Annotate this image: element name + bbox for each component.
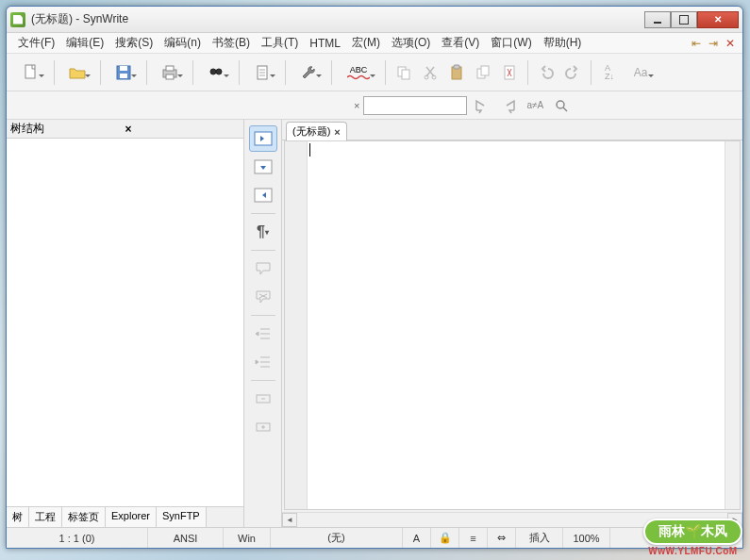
search-options-button[interactable]	[550, 94, 573, 117]
tab-close-icon[interactable]: ×	[334, 126, 340, 138]
scroll-left-icon[interactable]: ◄	[282, 513, 297, 527]
close-button[interactable]	[697, 11, 739, 28]
menu-view[interactable]: 查看(V)	[436, 33, 485, 53]
status-indent-icon[interactable]: ⇔	[488, 528, 516, 548]
svg-rect-17	[481, 66, 489, 75]
minimize-button[interactable]	[644, 11, 671, 28]
panel-down-icon[interactable]	[249, 154, 277, 180]
svg-rect-0	[25, 65, 35, 78]
app-icon	[10, 12, 25, 27]
panel-forward-icon[interactable]	[249, 182, 277, 208]
duplicate-button[interactable]	[471, 58, 495, 88]
find-prev-button[interactable]	[497, 94, 520, 117]
horizontal-scrollbar[interactable]: ◄ ►	[282, 512, 742, 527]
search-toolbar: × a≠A	[7, 91, 742, 120]
menu-macro[interactable]: 宏(M)	[346, 33, 386, 53]
svg-rect-5	[166, 66, 174, 71]
menu-help[interactable]: 帮助(H)	[538, 33, 588, 53]
tree-body[interactable]	[7, 139, 243, 506]
app-window: (无标题) - SynWrite 文件(F) 编辑(E) 搜索(S) 编码(n)…	[6, 6, 743, 549]
status-insert-mode[interactable]: 插入	[516, 528, 563, 548]
status-position: 1 : 1 (0)	[7, 528, 148, 548]
svg-rect-3	[120, 74, 127, 78]
statusbar: 1 : 1 (0) ANSI Win (无) A 🔒 ≡ ⇔ 插入 100% 2…	[7, 527, 742, 548]
redo-button[interactable]	[560, 58, 585, 88]
search-close-icon[interactable]: ×	[354, 100, 359, 111]
menu-html[interactable]: HTML	[304, 35, 346, 52]
find-button[interactable]	[199, 58, 233, 88]
uncomment-icon[interactable]	[249, 284, 277, 310]
cut-button[interactable]	[418, 58, 442, 88]
scroll-track[interactable]	[297, 513, 727, 527]
svg-rect-2	[120, 66, 127, 71]
svg-rect-11	[402, 70, 409, 79]
svg-point-7	[210, 69, 216, 74]
save-button[interactable]	[107, 58, 141, 88]
tools-button[interactable]	[292, 58, 325, 88]
open-button[interactable]	[60, 58, 94, 88]
file-tab[interactable]: (无标题) ×	[286, 122, 347, 140]
quick-search-input[interactable]	[363, 96, 467, 115]
editor-textarea[interactable]	[308, 141, 725, 509]
sidebar-tab-project[interactable]: 工程	[29, 507, 62, 527]
side-toolbar: ¶▾	[244, 120, 282, 527]
sidebar-title: 树结构	[10, 121, 125, 137]
status-extra: 2_	[610, 528, 742, 548]
menubar: 文件(F) 编辑(E) 搜索(S) 编码(n) 书签(B) 工具(T) HTML…	[7, 33, 742, 54]
pin-left-icon[interactable]: ⇤	[690, 37, 703, 50]
paste-button[interactable]	[444, 58, 469, 88]
undo-button[interactable]	[534, 58, 558, 88]
delete-button[interactable]	[497, 58, 522, 88]
main-toolbar: ABC AZ↓ Aa	[7, 54, 742, 91]
menu-tools[interactable]: 工具(T)	[256, 33, 304, 53]
tab-label: (无标题)	[292, 124, 330, 139]
editor-area: (无标题) × ◄ ►	[282, 120, 742, 527]
menu-encoding[interactable]: 编码(n)	[158, 33, 207, 53]
copy-button[interactable]	[392, 58, 416, 88]
status-lexer[interactable]: (无)	[271, 528, 403, 548]
sidebar-tab-tabs[interactable]: 标签页	[62, 507, 106, 527]
fold-icon[interactable]	[249, 386, 277, 412]
match-case-button[interactable]: a≠A	[524, 94, 546, 117]
print-button[interactable]	[153, 58, 187, 88]
font-button[interactable]: Aa	[624, 58, 658, 88]
sort-button[interactable]: AZ↓	[597, 58, 622, 88]
editor-gutter	[285, 141, 308, 509]
status-wrap-icon[interactable]: ≡	[459, 528, 488, 548]
status-zoom[interactable]: 100%	[563, 528, 610, 548]
unfold-icon[interactable]	[249, 414, 277, 440]
find-next-button[interactable]	[471, 94, 493, 117]
unindent-icon[interactable]	[249, 349, 277, 375]
menu-edit[interactable]: 编辑(E)	[60, 33, 109, 53]
sidebar-tab-explorer[interactable]: Explorer	[106, 507, 157, 527]
pilcrow-icon[interactable]: ¶▾	[249, 219, 277, 245]
vertical-scrollbar[interactable]	[725, 141, 740, 509]
new-file-button[interactable]	[14, 58, 48, 88]
pin-right-icon[interactable]: ⇥	[707, 37, 720, 50]
close-tab-icon[interactable]: ✕	[724, 37, 737, 50]
svg-point-8	[216, 69, 222, 74]
menu-file[interactable]: 文件(F)	[12, 33, 60, 53]
sidebar-header: 树结构 ×	[7, 120, 243, 139]
panel-back-icon[interactable]	[249, 125, 277, 152]
status-lock-icon[interactable]: 🔒	[431, 528, 459, 548]
sidebar-close-icon[interactable]: ×	[125, 123, 241, 136]
status-encoding[interactable]: ANSI	[148, 528, 224, 548]
maximize-button[interactable]	[671, 11, 697, 28]
text-cursor	[309, 143, 310, 156]
menu-window[interactable]: 窗口(W)	[485, 33, 537, 53]
menu-search[interactable]: 搜索(S)	[109, 33, 158, 53]
indent-icon[interactable]	[249, 321, 277, 347]
scroll-right-icon[interactable]: ►	[727, 513, 742, 527]
comment-icon[interactable]	[249, 255, 277, 282]
menu-options[interactable]: 选项(O)	[386, 33, 436, 53]
menu-bookmarks[interactable]: 书签(B)	[207, 33, 256, 53]
sidebar-tab-synftp[interactable]: SynFTP	[157, 507, 207, 527]
sidebar-tabs: 树 工程 标签页 Explorer SynFTP	[7, 506, 243, 527]
sidebar-tab-tree[interactable]: 树	[7, 507, 29, 527]
status-eol[interactable]: Win	[224, 528, 271, 548]
titlebar[interactable]: (无标题) - SynWrite	[7, 7, 742, 33]
document-button[interactable]	[245, 58, 279, 88]
status-font-icon[interactable]: A	[403, 528, 431, 548]
spellcheck-button[interactable]: ABC	[338, 58, 379, 88]
